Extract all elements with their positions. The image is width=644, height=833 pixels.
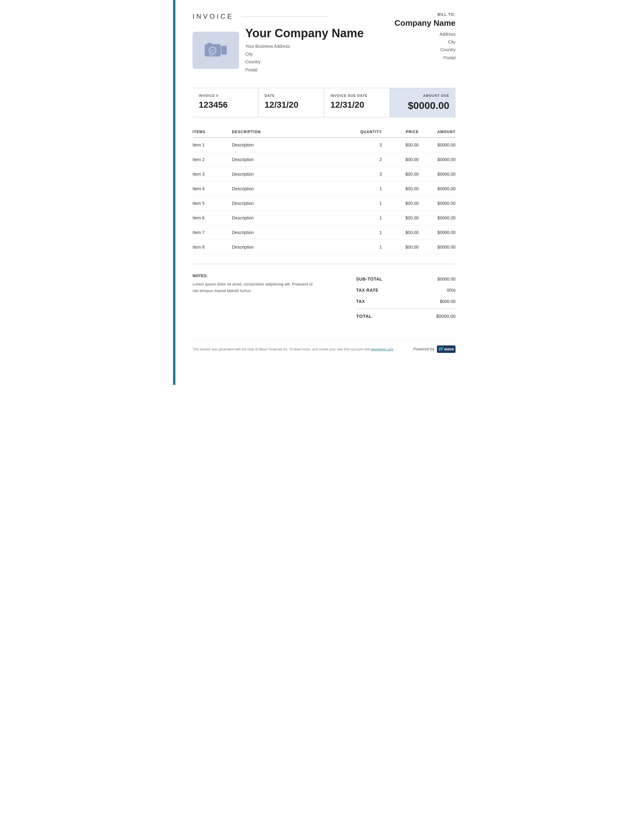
notes-text: Lorem ipsum dolor sit amet, consectetur … — [193, 281, 317, 294]
bill-to-label: BILL TO: — [393, 13, 456, 17]
company-country: Country — [245, 58, 364, 66]
amount-due-cell: AMOUNT DUE $0000.00 — [390, 88, 456, 117]
svg-rect-7 — [209, 55, 214, 56]
row-amount-7: $0000.00 — [419, 240, 456, 254]
row-desc-7: Description — [232, 240, 350, 254]
row-qty-7: 1 — [350, 240, 382, 254]
date-label: DATE — [264, 94, 318, 98]
row-price-1: $00.00 — [382, 152, 419, 167]
row-item-7: Item 8 — [193, 240, 232, 254]
notes-column: NOTES: Lorem ipsum dolor sit amet, conse… — [193, 273, 356, 294]
wave-powered: Powered by W wave — [413, 346, 456, 353]
table-header-row: ITEMS DESCRIPTION QUANTITY PRICE AMOUNT — [193, 127, 456, 137]
row-desc-6: Description — [232, 225, 350, 240]
row-price-3: $00.00 — [382, 181, 419, 196]
row-amount-1: $0000.00 — [419, 152, 456, 167]
row-price-6: $00.00 — [382, 225, 419, 240]
row-amount-3: $0000.00 — [419, 181, 456, 196]
table-row: Item 2 Description 2 $00.00 $0000.00 — [193, 152, 456, 167]
table-row: Item 5 Description 1 $00.00 $0000.00 — [193, 196, 456, 211]
row-item-4: Item 5 — [193, 196, 232, 211]
accent-bar — [173, 0, 175, 385]
totals-divider — [356, 309, 456, 309]
wave-w-char: W — [438, 346, 443, 352]
header-items: ITEMS — [193, 127, 232, 137]
row-price-4: $00.00 — [382, 196, 419, 211]
table-row: Item 8 Description 1 $00.00 $0000.00 — [193, 240, 456, 254]
total-label: TOTAL — [356, 314, 372, 319]
wave-text: wave — [444, 347, 454, 351]
bottom-bar: This invoice was generated with the help… — [193, 341, 456, 353]
row-amount-5: $0000.00 — [419, 211, 456, 225]
subtotal-row: SUB-TOTAL $0000.00 — [356, 273, 456, 285]
tax-rate-value: 00% — [447, 288, 456, 293]
header-price: PRICE — [382, 127, 419, 137]
totals-column: SUB-TOTAL $0000.00 TAX RATE 00% TAX $000… — [356, 273, 456, 322]
total-value: $0000.00 — [436, 314, 456, 319]
items-table: ITEMS DESCRIPTION QUANTITY PRICE AMOUNT … — [193, 127, 456, 254]
table-row: Item 1 Description 3 $00.00 $0000.00 — [193, 137, 456, 153]
row-item-2: Item 3 — [193, 167, 232, 181]
svg-rect-4 — [221, 46, 227, 55]
invoice-title-text: INVOICE — [193, 13, 233, 21]
company-city: City — [245, 50, 364, 58]
logo-icon — [203, 38, 228, 63]
table-row: Item 4 Description 1 $00.00 $0000.00 — [193, 181, 456, 196]
tax-rate-row: TAX RATE 00% — [356, 285, 456, 296]
tax-value: $000.00 — [440, 299, 456, 304]
bill-to-company-name: Company Name — [393, 18, 456, 28]
amount-due-label: AMOUNT DUE — [396, 94, 449, 98]
row-desc-1: Description — [232, 152, 350, 167]
invoice-date-cell: DATE 12/31/20 — [258, 88, 324, 117]
header-amount: AMOUNT — [419, 127, 456, 137]
date-value: 12/31/20 — [264, 100, 318, 110]
row-qty-4: 1 — [350, 196, 382, 211]
wave-logo-icon: W wave — [437, 346, 456, 353]
table-row: Item 6 Description 1 $00.00 $0000.00 — [193, 211, 456, 225]
row-desc-2: Description — [232, 167, 350, 181]
company-street: Your Business Address — [245, 42, 364, 50]
row-amount-0: $0000.00 — [419, 137, 456, 153]
header-quantity: QUANTITY — [350, 127, 382, 137]
bill-to-address: Address City Country Postal — [393, 31, 456, 62]
row-price-5: $00.00 — [382, 211, 419, 225]
row-desc-4: Description — [232, 196, 350, 211]
row-qty-6: 1 — [350, 225, 382, 240]
amount-due-value: $0000.00 — [396, 100, 449, 111]
bill-to-city: City — [393, 38, 456, 46]
company-address: Your Business Address City Country Posta… — [245, 42, 364, 74]
bill-to-street: Address — [393, 31, 456, 38]
footer-text-content: This invoice was generated with the help… — [193, 347, 370, 351]
header-section: INVOICE — [193, 13, 456, 79]
bill-to-postal: Postal — [393, 54, 456, 62]
powered-by-text: Powered by — [413, 347, 435, 351]
items-section: ITEMS DESCRIPTION QUANTITY PRICE AMOUNT … — [193, 127, 456, 254]
row-amount-4: $0000.00 — [419, 196, 456, 211]
tax-rate-label: TAX RATE — [356, 288, 378, 293]
row-qty-0: 3 — [350, 137, 382, 153]
bill-to-section: BILL TO: Company Name Address City Count… — [393, 13, 456, 62]
footer-text: This invoice was generated with the help… — [193, 347, 413, 351]
row-qty-3: 1 — [350, 181, 382, 196]
svg-rect-5 — [207, 43, 211, 45]
meta-row: INVOICE # 123456 DATE 12/31/20 INVOICE D… — [193, 88, 456, 117]
row-desc-0: Description — [232, 137, 350, 153]
due-date-value: 12/31/20 — [330, 100, 383, 110]
invoice-due-date-cell: INVOICE DUE DATE 12/31/20 — [324, 88, 390, 117]
invoice-page: INVOICE — [173, 0, 471, 385]
row-qty-5: 1 — [350, 211, 382, 225]
table-row: Item 3 Description 3 $00.00 $0000.00 — [193, 167, 456, 181]
invoice-title: INVOICE — [193, 13, 393, 21]
waveapps-link[interactable]: waveapps.com — [371, 347, 393, 351]
notes-label: NOTES: — [193, 273, 344, 278]
company-info: Your Company Name Your Business Address … — [245, 27, 364, 74]
subtotal-label: SUB-TOTAL — [356, 277, 382, 281]
invoice-number-cell: INVOICE # 123456 — [193, 88, 258, 117]
row-desc-5: Description — [232, 211, 350, 225]
due-date-label: INVOICE DUE DATE — [330, 94, 383, 98]
company-name: Your Company Name — [245, 27, 364, 40]
row-desc-3: Description — [232, 181, 350, 196]
row-price-7: $00.00 — [382, 240, 419, 254]
tax-label: TAX — [356, 299, 365, 304]
company-logo-area: Your Company Name Your Business Address … — [193, 27, 393, 74]
